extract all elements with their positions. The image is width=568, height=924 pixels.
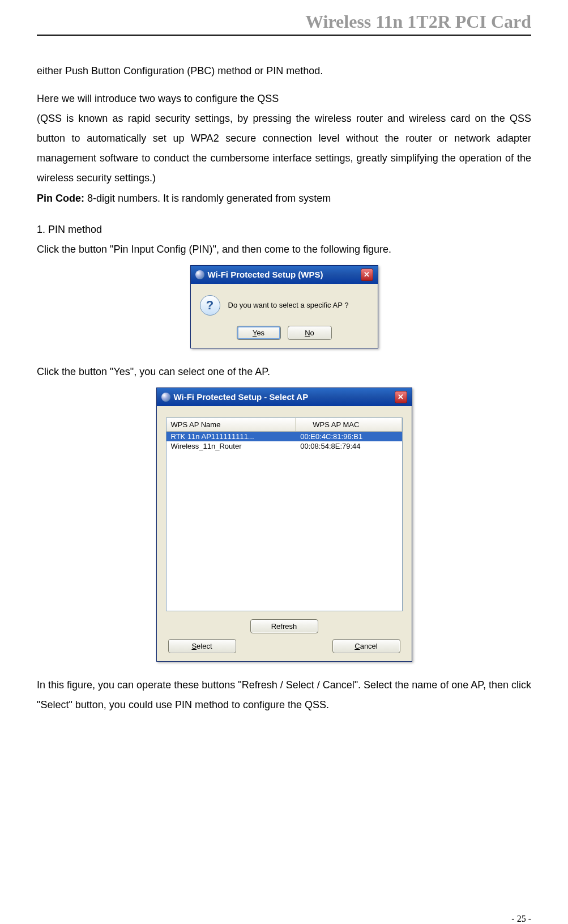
final-paragraph: In this figure, you can operate these bu… — [37, 675, 531, 715]
col-header-name[interactable]: WPS AP Name — [166, 418, 296, 431]
cell-ap-mac: 00:E0:4C:81:96:B1 — [296, 432, 402, 441]
cell-ap-name: Wireless_11n_Router — [166, 441, 296, 451]
paragraph-qss-desc: (QSS is known as rapid security settings… — [37, 109, 531, 188]
listview-header: WPS AP Name WPS AP MAC — [166, 418, 402, 432]
body-text: either Push Button Configuration (PBC) m… — [37, 61, 531, 259]
no-button[interactable]: No — [288, 326, 332, 340]
cancel-button[interactable]: Cancel — [332, 639, 400, 653]
col-header-mac[interactable]: WPS AP MAC — [296, 418, 402, 431]
refresh-button[interactable]: Refresh — [250, 619, 318, 633]
cell-ap-name: RTK 11n AP111111111... — [166, 432, 296, 441]
close-icon: ✕ — [398, 393, 404, 401]
wifi-icon — [161, 393, 170, 402]
dialog-title: Wi-Fi Protected Setup (WPS) — [208, 270, 323, 279]
question-text: Do you want to select a specific AP ? — [228, 301, 349, 309]
question-icon: ? — [200, 295, 220, 316]
paragraph-pbc: either Push Button Configuration (PBC) m… — [37, 61, 531, 81]
dialog-titlebar: Wi-Fi Protected Setup (WPS) ✕ — [191, 266, 378, 284]
step-1-text: Click the button "Pin Input Config (PIN)… — [37, 240, 531, 259]
wps-confirm-dialog: Wi-Fi Protected Setup (WPS) ✕ ? Do you w… — [190, 265, 378, 348]
pin-code-text: 8-digit numbers. It is randomly generate… — [87, 193, 331, 204]
paragraph-intro: Here we will introduce two ways to confi… — [37, 89, 531, 109]
select-button[interactable]: Select — [168, 639, 236, 653]
click-yes-text: Click the button "Yes", you can select o… — [37, 362, 531, 382]
select-ap-dialog: Wi-Fi Protected Setup - Select AP ✕ WPS … — [156, 388, 412, 662]
yes-label-tail: es — [257, 329, 264, 337]
yes-button[interactable]: Yes — [237, 326, 281, 340]
close-icon: ✕ — [364, 270, 370, 279]
step-1-heading: 1. PIN method — [37, 220, 531, 240]
pin-code-label: Pin Code: — [37, 193, 87, 204]
paragraph-pin: Pin Code: 8-digit numbers. It is randoml… — [37, 189, 531, 208]
page-number: - 25 - — [511, 914, 531, 924]
page-header: Wireless 11n 1T2R PCI Card — [37, 11, 531, 36]
close-button[interactable]: ✕ — [395, 391, 407, 403]
list-row[interactable]: RTK 11n AP111111111... 00:E0:4C:81:96:B1 — [166, 432, 402, 441]
header-title: Wireless 11n 1T2R PCI Card — [305, 11, 531, 32]
close-button[interactable]: ✕ — [361, 269, 373, 281]
no-label-tail: o — [310, 329, 314, 337]
ap-listview[interactable]: WPS AP Name WPS AP MAC RTK 11n AP1111111… — [166, 418, 403, 611]
cell-ap-mac: 00:08:54:8E:79:44 — [296, 441, 402, 451]
wifi-icon — [195, 270, 204, 279]
list-row[interactable]: Wireless_11n_Router 00:08:54:8E:79:44 — [166, 441, 402, 451]
dialog2-title: Wi-Fi Protected Setup - Select AP — [174, 392, 309, 402]
dialog2-titlebar: Wi-Fi Protected Setup - Select AP ✕ — [157, 388, 412, 406]
